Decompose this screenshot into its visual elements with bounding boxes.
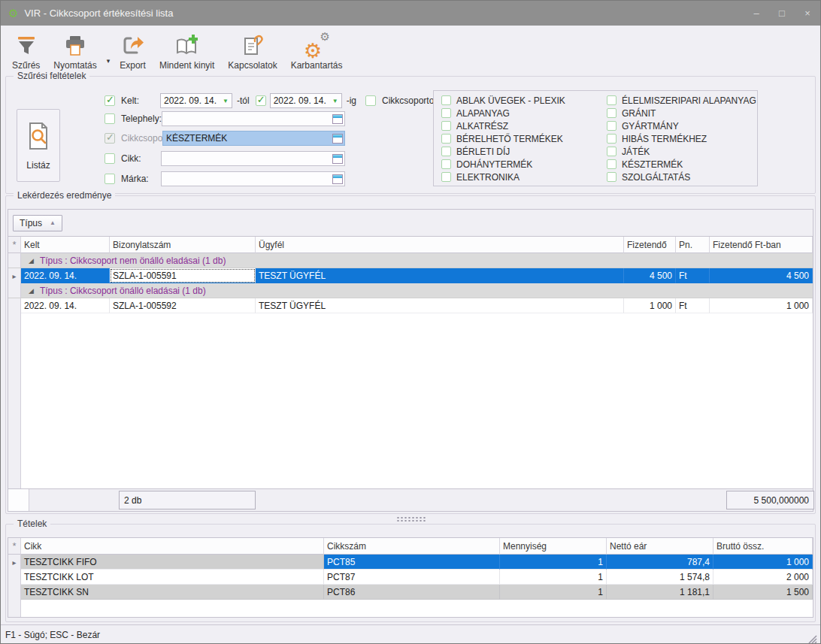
column-header-fizetendo[interactable]: Fizetendő [624, 237, 676, 253]
result-row[interactable]: ▸ 2022. 09. 14. SZLA-1-005591 TESZT ÜGYF… [8, 268, 813, 283]
cikkcsoport-option[interactable]: ABLAK ÜVEGEK - PLEXIK [441, 94, 565, 107]
filter-group-title: Szűrési feltételek [14, 71, 89, 81]
option-checkbox[interactable] [441, 121, 451, 131]
column-header-fizetendo-ft[interactable]: Fizetendő Ft-ban [710, 237, 813, 253]
column-header-bizonylatszam[interactable]: Bizonylatszám [110, 237, 256, 253]
header-marker-icon[interactable]: * [8, 538, 21, 555]
cell-cikk: TESZTCIKK FIFO [21, 555, 324, 570]
list-button[interactable]: Listáz [17, 109, 60, 182]
expand-all-label: Mindent kinyit [159, 60, 214, 71]
filter-button[interactable]: Szűrés [5, 29, 47, 72]
column-header-pn[interactable]: Pn. [676, 237, 710, 253]
cikkcsoport-option[interactable]: ÉLELMISZERIPARI ALAPANYAG [607, 94, 756, 107]
option-checkbox[interactable] [607, 159, 617, 169]
cikkcsoport-option[interactable]: KÉSZTERMÉK [607, 158, 756, 171]
print-button[interactable]: Nyomtatás [47, 29, 103, 72]
item-row[interactable]: ▸ TESZTCIKK FIFO PCT85 1 787,4 1 000 [8, 555, 813, 570]
resize-grip[interactable] [807, 633, 817, 644]
close-button[interactable]: × [795, 1, 820, 26]
maximize-button[interactable]: □ [769, 1, 795, 26]
column-header-cikkszam[interactable]: Cikkszám [324, 538, 500, 555]
results-header-row: * Kelt Bizonylatszám Ügyfél Fizetendő Pn… [8, 237, 813, 253]
cell-pn: Ft [676, 298, 710, 313]
cikkcsoport-option[interactable]: GYÁRTMÁNY [607, 119, 756, 132]
cikk-browse-icon[interactable] [332, 154, 343, 164]
item-row[interactable]: TESZTCIKK SN PCT86 1 1 181,1 1 500 [8, 585, 813, 600]
footer-total: 5 500,000000 [726, 491, 814, 509]
connections-button[interactable]: Kapcsolatok [221, 29, 283, 72]
result-row[interactable]: 2022. 09. 14. SZLA-1-005592 TESZT ÜGYFÉL… [8, 298, 813, 313]
cikkcsoport-option[interactable]: DOHÁNYTERMÉK [441, 158, 565, 171]
date-to-caret-icon[interactable]: ▼ [328, 98, 338, 104]
cikkcsoport-option[interactable]: HIBÁS TERMÉKHEZ [607, 132, 756, 145]
ig-label: -ig [347, 95, 356, 106]
telephely-field[interactable] [162, 111, 345, 126]
export-button[interactable]: Export [113, 29, 153, 72]
option-checkbox[interactable] [441, 134, 451, 144]
cikkcsoport-browse-icon[interactable] [332, 134, 343, 144]
option-checkbox[interactable] [607, 172, 617, 182]
item-row[interactable]: TESZTCIKK LOT PCT87 1 1 574,8 2 000 [8, 570, 813, 585]
date-from-caret-icon[interactable]: ▼ [218, 98, 229, 104]
cikk-label: Cikk: [121, 153, 161, 164]
splitter-handle[interactable] [1, 514, 821, 524]
marka-checkbox[interactable] [105, 174, 115, 184]
option-checkbox[interactable] [441, 147, 451, 156]
cell-mennyiseg: 1 [500, 585, 607, 600]
column-header-netto-ear[interactable]: Nettó eár [607, 538, 713, 555]
option-checkbox[interactable] [441, 95, 451, 105]
column-header-mennyiseg[interactable]: Mennyiség [500, 538, 607, 555]
cikkcsoport-option[interactable]: BÉRLETI DÍJ [441, 145, 565, 158]
cikkcsoport-option[interactable]: ALKATRÉSZ [441, 119, 565, 132]
cikkcsoport-option[interactable]: BÉRELHETŐ TERMÉKEK [441, 132, 565, 145]
column-header-ugyfel[interactable]: Ügyfél [256, 237, 624, 253]
telephely-browse-icon[interactable] [332, 114, 343, 124]
kelt-to-checkbox[interactable] [256, 95, 266, 106]
maintenance-button[interactable]: ⚙⚙ Karbantartás [284, 29, 350, 72]
column-header-brutto-ossz[interactable]: Bruttó össz. [713, 538, 813, 555]
print-dropdown-icon[interactable]: ▾ [104, 57, 114, 65]
group-row[interactable]: ◢Típus : Cikkcsoport önálló eladásai (1 … [8, 283, 813, 298]
splitter-grip-dots [396, 516, 426, 522]
cikkcsoport-checkbox[interactable] [105, 133, 115, 144]
date-to-combo[interactable]: 2022. 09. 14.▼ [270, 93, 342, 108]
header-marker-icon[interactable]: * [8, 237, 21, 253]
toolbar: Szűrés Nyomtatás ▾ Export Mindent kinyit [1, 26, 820, 76]
filter-groupbox: Szűrési feltételek Listáz Kelt: 2022. 09… [5, 76, 816, 194]
kelt-checkbox[interactable] [105, 95, 115, 106]
telephely-checkbox[interactable] [105, 113, 115, 124]
cikkcsoport-option[interactable]: GRÁNIT [607, 107, 756, 119]
option-checkbox[interactable] [441, 159, 451, 169]
cikkcsoport-field[interactable]: KÉSZTERMÉK [162, 131, 345, 146]
minimize-button[interactable]: – [744, 1, 769, 26]
cikk-field[interactable] [161, 151, 345, 166]
column-header-kelt[interactable]: Kelt [21, 237, 110, 253]
group-expander-icon[interactable]: ◢ [29, 287, 34, 295]
group-row[interactable]: ◢Típus : Cikkcsoport nem önálló eladásai… [8, 253, 813, 268]
app-icon[interactable]: ⚙ [8, 8, 18, 19]
marka-browse-icon[interactable] [332, 174, 343, 184]
group-expander-icon[interactable]: ◢ [29, 257, 34, 265]
column-header-cikk[interactable]: Cikk [21, 538, 324, 555]
cikkcsoport-option[interactable]: JÁTÉK [607, 145, 756, 158]
marka-field[interactable] [161, 171, 345, 186]
cikk-checkbox[interactable] [105, 153, 115, 164]
cikkcsoport-option[interactable]: SZOLGÁLTATÁS [607, 171, 756, 183]
option-checkbox[interactable] [607, 95, 617, 105]
option-checkbox[interactable] [607, 147, 617, 156]
results-footer: 2 db 5 500,000000 [8, 488, 813, 511]
option-checkbox[interactable] [607, 108, 617, 118]
cikkcsoport-option[interactable]: ALAPANYAG [441, 107, 565, 119]
marka-label: Márka: [121, 174, 161, 184]
option-checkbox[interactable] [607, 134, 617, 144]
date-from-combo[interactable]: 2022. 09. 14.▼ [160, 93, 232, 108]
grid-empty-area [8, 313, 813, 488]
option-checkbox[interactable] [441, 172, 451, 182]
window-title: VIR - Cikkcsoport értékesítési lista [24, 8, 173, 19]
option-checkbox[interactable] [607, 121, 617, 131]
expand-all-button[interactable]: Mindent kinyit [153, 29, 221, 72]
option-checkbox[interactable] [441, 108, 451, 118]
group-by-chip-tipus[interactable]: Típus ▲ [13, 215, 62, 231]
cikkcsoportok-checkbox[interactable] [365, 95, 376, 106]
cikkcsoport-option[interactable]: ELEKTRONIKA [441, 171, 565, 183]
